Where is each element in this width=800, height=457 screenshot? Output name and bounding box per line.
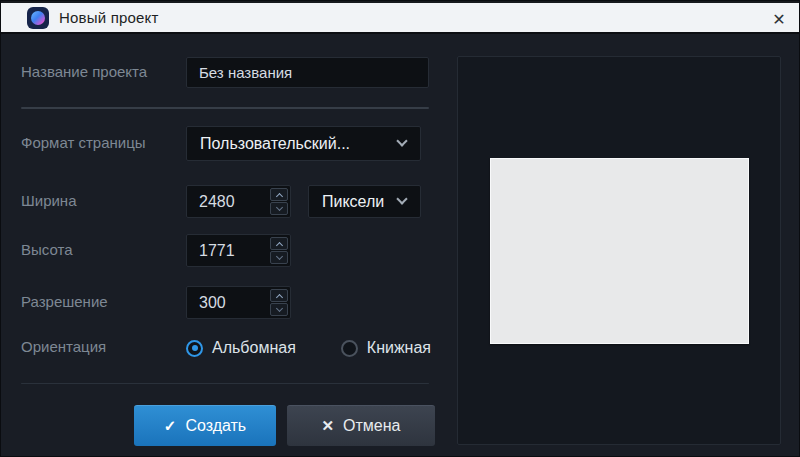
radio-landscape[interactable]: Альбомная (186, 339, 296, 357)
page-format-value: Пользовательский... (187, 135, 350, 153)
radio-portrait-label: Книжная (367, 339, 431, 357)
chevron-down-icon (275, 304, 282, 311)
chevron-up-icon (275, 241, 282, 248)
spinner-up-button[interactable] (270, 188, 288, 201)
units-value: Пиксели (309, 193, 384, 211)
chevron-down-icon (275, 203, 282, 210)
radio-unselected-icon (341, 340, 358, 357)
cancel-button[interactable]: ✕ Отмена (287, 405, 435, 446)
project-name-input[interactable] (186, 57, 429, 88)
width-field (186, 185, 291, 218)
app-logo-orb-icon (31, 11, 45, 25)
width-spinner (270, 188, 288, 215)
window-title: Новый проект (59, 9, 159, 26)
width-label: Ширина (21, 191, 76, 211)
spinner-down-button[interactable] (270, 202, 288, 215)
radio-selected-icon (186, 340, 203, 357)
divider (21, 107, 429, 109)
divider (21, 383, 429, 384)
chevron-down-icon (396, 193, 407, 204)
spinner-up-button[interactable] (270, 289, 288, 302)
create-button[interactable]: ✓ Создать (134, 405, 276, 446)
orientation-radio-group: Альбомная Книжная (186, 338, 431, 358)
spinner-up-button[interactable] (270, 237, 288, 250)
page-format-dropdown[interactable]: Пользовательский... (186, 126, 421, 161)
spinner-down-button[interactable] (270, 303, 288, 316)
page-format-label: Формат страницы (21, 133, 146, 153)
checkmark-icon: ✓ (164, 417, 177, 435)
x-icon: ✕ (322, 417, 335, 435)
chevron-up-icon (275, 293, 282, 300)
orientation-label: Ориентация (21, 337, 106, 357)
new-project-dialog: Новый проект ✕ Название проекта Формат с… (0, 0, 800, 457)
project-name-label: Название проекта (21, 62, 147, 82)
cancel-button-label: Отмена (343, 417, 400, 435)
create-button-label: Создать (185, 417, 246, 435)
chevron-up-icon (275, 192, 282, 199)
resolution-spinner (270, 289, 288, 316)
close-icon[interactable]: ✕ (763, 5, 795, 33)
titlebar: Новый проект ✕ (1, 1, 800, 34)
radio-portrait[interactable]: Книжная (341, 339, 431, 357)
page-preview-panel (457, 56, 781, 445)
page-preview (490, 158, 749, 344)
height-label: Высота (21, 240, 73, 260)
resolution-field (186, 286, 291, 319)
height-field (186, 234, 291, 267)
radio-landscape-label: Альбомная (212, 339, 296, 357)
app-logo-icon (27, 7, 49, 29)
chevron-down-icon (396, 135, 407, 146)
height-spinner (270, 237, 288, 264)
chevron-down-icon (275, 252, 282, 259)
spinner-down-button[interactable] (270, 251, 288, 264)
resolution-label: Разрешение (21, 292, 108, 312)
units-dropdown[interactable]: Пиксели (308, 185, 421, 218)
